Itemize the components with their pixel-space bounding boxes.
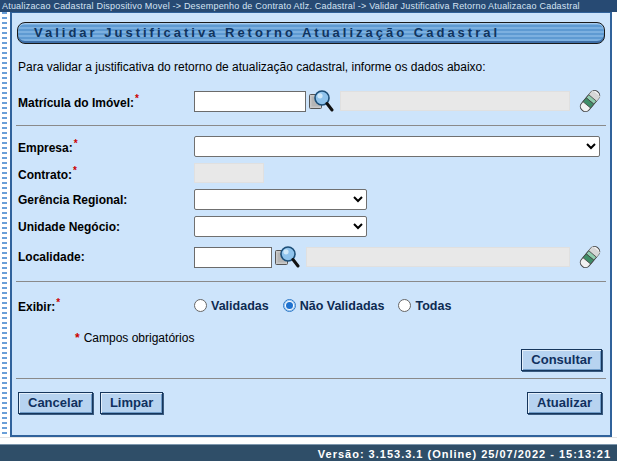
main-form-panel: Validar Justificativa Retorno Atualizaçã… — [10, 12, 612, 437]
radio-todas[interactable]: Todas — [398, 299, 451, 313]
required-fields-note: *Campos obrigatórios — [74, 331, 604, 345]
empresa-label-text: Empresa: — [18, 141, 73, 155]
breadcrumb: Atualizacao Cadastral Dispositivo Movel … — [0, 0, 617, 12]
unidade-select[interactable] — [194, 216, 367, 237]
left-decorative-strip — [0, 12, 10, 437]
localidade-lookup-button[interactable] — [274, 245, 300, 269]
matricula-clear-button[interactable] — [578, 87, 602, 115]
page-title-text: Validar Justificativa Retorno Atualizaçã… — [34, 25, 500, 40]
contrato-label-text: Contrato: — [18, 168, 72, 182]
exibir-radio-group: Validadas Não Validadas Todas — [194, 299, 451, 313]
required-asterisk: * — [75, 331, 80, 345]
eraser-icon — [578, 87, 602, 115]
required-asterisk: * — [74, 138, 78, 149]
radio-button-icon[interactable] — [283, 299, 296, 312]
radio-todas-label: Todas — [415, 299, 451, 313]
contrato-label: Contrato:* — [18, 165, 194, 182]
radio-button-icon[interactable] — [194, 299, 207, 312]
radio-validadas-label: Validadas — [211, 299, 269, 313]
form-row-contrato: Contrato:* — [18, 163, 602, 183]
form-row-empresa: Empresa:* — [18, 136, 602, 157]
unidade-label-text: Unidade Negócio: — [18, 220, 120, 234]
matricula-display-field — [340, 91, 570, 111]
separator — [16, 281, 606, 282]
radio-nao-validadas-label: Não Validadas — [300, 299, 385, 313]
cancelar-button[interactable]: Cancelar — [18, 392, 93, 414]
exibir-label: Exibir:* — [18, 297, 194, 314]
localidade-label-text: Localidade: — [18, 250, 85, 264]
required-asterisk: * — [135, 93, 139, 104]
unidade-label: Unidade Negócio: — [18, 220, 194, 234]
form-row-unidade: Unidade Negócio: — [18, 216, 602, 237]
empresa-select[interactable] — [194, 136, 600, 157]
form-row-gerencia: Gerência Regional: — [18, 189, 602, 210]
matricula-label: Matrícula do Imóvel:* — [18, 93, 194, 110]
atualizar-button[interactable]: Atualizar — [527, 392, 602, 414]
required-asterisk: * — [73, 165, 77, 176]
form-row-matricula: Matrícula do Imóvel:* — [18, 87, 602, 115]
instruction-text: Para validar a justificativa do retorno … — [18, 60, 604, 74]
separator — [16, 125, 606, 126]
matricula-label-text: Matrícula do Imóvel: — [18, 96, 134, 110]
separator — [16, 378, 606, 379]
gerencia-select[interactable] — [194, 189, 367, 210]
consultar-button[interactable]: Consultar — [521, 349, 602, 371]
status-bar: Versão: 3.153.3.1 (Online) 25/07/2022 - … — [0, 444, 617, 461]
empresa-label: Empresa:* — [18, 138, 194, 155]
localidade-display-field — [306, 247, 570, 267]
matricula-lookup-button[interactable] — [308, 89, 334, 113]
radio-button-icon[interactable] — [398, 299, 411, 312]
consultar-row: Consultar — [18, 349, 602, 371]
localidade-input[interactable] — [194, 247, 272, 268]
localidade-label: Localidade: — [18, 250, 194, 264]
matricula-input[interactable] — [194, 91, 306, 112]
form-row-exibir: Exibir:* Validadas Não Validadas Todas — [18, 297, 602, 314]
bottom-buttons-row: Cancelar Limpar Atualizar — [18, 392, 602, 414]
eraser-icon — [578, 243, 602, 271]
form-row-localidade: Localidade: — [18, 243, 602, 271]
limpar-button[interactable]: Limpar — [100, 392, 163, 414]
magnifier-icon — [274, 245, 300, 269]
gerencia-label: Gerência Regional: — [18, 193, 194, 207]
required-note-text: Campos obrigatórios — [84, 331, 195, 345]
radio-validadas[interactable]: Validadas — [194, 299, 269, 313]
page-title: Validar Justificativa Retorno Atualizaçã… — [17, 22, 605, 44]
gerencia-label-text: Gerência Regional: — [18, 193, 127, 207]
contrato-display-field — [194, 163, 264, 183]
footer-gap — [0, 437, 617, 444]
localidade-clear-button[interactable] — [578, 243, 602, 271]
magnifier-icon — [308, 89, 334, 113]
radio-nao-validadas[interactable]: Não Validadas — [283, 299, 385, 313]
version-text: Versão: 3.153.3.1 (Online) 25/07/2022 - … — [318, 448, 611, 460]
required-asterisk: * — [56, 297, 60, 308]
window-frame: Validar Justificativa Retorno Atualizaçã… — [0, 12, 617, 437]
exibir-label-text: Exibir: — [18, 300, 55, 314]
